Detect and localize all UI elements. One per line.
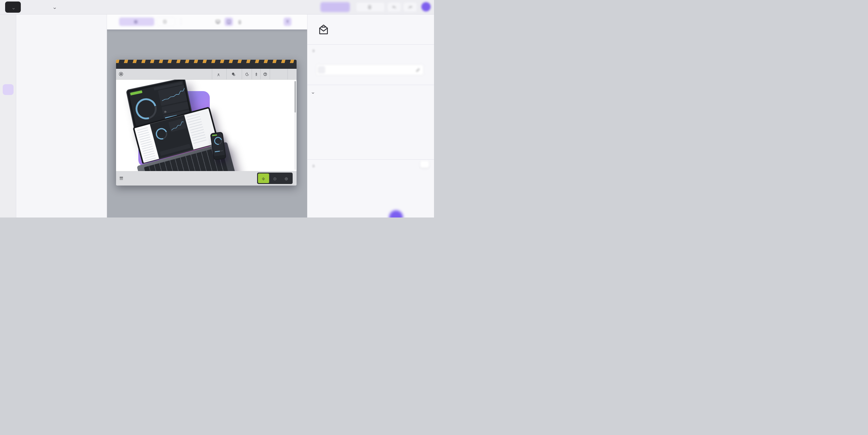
preview-content bbox=[116, 80, 297, 171]
user-icon bbox=[217, 72, 220, 76]
preview-bottom-bar bbox=[116, 171, 297, 185]
placeholder-icon bbox=[134, 20, 138, 24]
left-icon-rail bbox=[0, 14, 16, 218]
text-mode-toggle[interactable]: T bbox=[284, 18, 291, 26]
choose-page-input[interactable] bbox=[316, 64, 424, 76]
tablet-icon bbox=[227, 20, 231, 24]
preview-scrollbar-thumb[interactable] bbox=[294, 81, 296, 113]
top-bar bbox=[0, 0, 434, 14]
device-desktop-button[interactable] bbox=[214, 18, 222, 26]
pause-icon bbox=[273, 176, 277, 180]
project-title-chevron-icon[interactable] bbox=[53, 6, 56, 9]
preview-menu-button[interactable] bbox=[120, 177, 125, 180]
preview-status-bar bbox=[116, 69, 297, 80]
helio-brand-logo bbox=[287, 69, 297, 79]
help-button[interactable] bbox=[260, 69, 270, 79]
clock bbox=[270, 69, 287, 79]
device-phone-button[interactable] bbox=[236, 18, 244, 26]
preview-button[interactable] bbox=[356, 2, 385, 12]
desktop-icon bbox=[216, 19, 220, 24]
chevron-down-icon bbox=[12, 6, 15, 9]
settings-menu-panel bbox=[16, 14, 107, 218]
moon-icon bbox=[245, 72, 249, 76]
ipad-icon bbox=[163, 20, 167, 24]
toolbar-divider bbox=[181, 18, 181, 25]
size-restrictions-toggle[interactable] bbox=[420, 161, 429, 168]
welcome-text bbox=[241, 80, 296, 85]
user-menu[interactable] bbox=[212, 69, 226, 79]
undo-icon bbox=[392, 5, 396, 9]
undo-button[interactable] bbox=[387, 2, 401, 12]
preview-window-title bbox=[116, 63, 297, 69]
floating-action-button[interactable] bbox=[389, 210, 403, 218]
app-logo-menu[interactable] bbox=[5, 1, 21, 13]
save-project-button[interactable] bbox=[320, 2, 350, 12]
hazard-stripe-bar bbox=[116, 60, 297, 63]
redo-button[interactable] bbox=[403, 2, 417, 12]
page-thumbnail-placeholder bbox=[318, 66, 325, 74]
help-icon bbox=[263, 72, 267, 76]
phone-icon bbox=[238, 20, 242, 24]
stop-button[interactable] bbox=[281, 173, 292, 183]
hero-illustration bbox=[116, 80, 240, 171]
device-tablet-button[interactable] bbox=[224, 18, 233, 26]
hmi-preview-window bbox=[116, 60, 297, 185]
dark-mode-toggle[interactable] bbox=[242, 69, 252, 79]
current-state bbox=[116, 69, 212, 79]
accessibility-button[interactable] bbox=[252, 69, 260, 79]
rail-selected-highlight bbox=[3, 84, 13, 95]
messaging-envelope-icon bbox=[317, 23, 330, 36]
stopped-state-icon bbox=[119, 71, 124, 77]
redo-icon bbox=[408, 5, 412, 9]
zoom-placeholder-button[interactable] bbox=[119, 18, 154, 26]
helio-editor-app: T bbox=[0, 0, 434, 218]
preview-device-icon bbox=[368, 5, 372, 9]
runtime-controls bbox=[257, 173, 293, 184]
person-icon bbox=[254, 72, 258, 76]
language-switcher[interactable] bbox=[226, 69, 242, 79]
start-button[interactable] bbox=[258, 173, 269, 183]
stop-icon bbox=[284, 176, 288, 180]
zoom-ipad-button[interactable] bbox=[157, 18, 175, 26]
hamburger-icon bbox=[120, 177, 123, 180]
canvas-toolbar: T bbox=[107, 14, 307, 30]
user-avatar[interactable] bbox=[421, 2, 431, 11]
start-diamond-icon bbox=[261, 176, 265, 180]
chevron-down-icon[interactable] bbox=[311, 90, 315, 94]
language-globe-icon bbox=[231, 72, 236, 76]
pencil-icon[interactable] bbox=[416, 68, 420, 72]
pause-button[interactable] bbox=[270, 173, 281, 183]
chevron-right-icon[interactable] bbox=[312, 164, 315, 167]
messaging-settings-panel bbox=[307, 14, 434, 218]
chevron-right-icon[interactable] bbox=[312, 48, 315, 52]
